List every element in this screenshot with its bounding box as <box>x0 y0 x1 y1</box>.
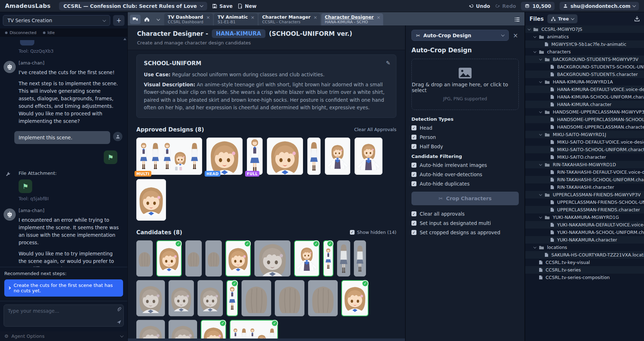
tree-file-background-students-school-uniform-character-design[interactable]: BACKGROUND-STUDENTS-SCHOOL-UNIFORM.chara… <box>525 63 644 71</box>
tree-folder-background-students-mgwyvp3v[interactable]: BACKGROUND-STUDENTS-MGWYVP3V <box>525 56 644 63</box>
tree-folder-yuki-nakamura-mgwyrd1g[interactable]: YUKI-NAKAMURA-MGWYRD1G <box>525 213 644 221</box>
tree-folder-ccsrl-mgwyo7js[interactable]: CCSRL-MGWYO7JS <box>525 25 644 33</box>
tree-file-yuki-nakamura-character[interactable]: YUKI-NAKAMURA.character <box>525 236 644 244</box>
recommended-step-button[interactable]: Create the cuts for the first scene that… <box>4 279 123 297</box>
chevron-down-icon[interactable] <box>528 27 531 30</box>
tree-file-background-students-character[interactable]: BACKGROUND-STUDENTS.character <box>525 71 644 78</box>
filtering-option-auto-hide-duplicates[interactable]: ✓Auto-hide duplicates <box>411 181 519 187</box>
send-message-icon[interactable] <box>116 320 122 325</box>
candidate-thumb[interactable] <box>136 280 165 316</box>
add-workspace-button[interactable]: + <box>113 15 125 26</box>
candidate-thumb[interactable]: ✓ <box>341 280 369 316</box>
candidate-thumb[interactable] <box>337 240 350 277</box>
tool-selector[interactable]: ✂ Auto-Crop Design <box>411 30 509 41</box>
chevron-down-icon[interactable] <box>539 215 542 218</box>
chevron-down-icon[interactable] <box>539 163 542 165</box>
tab-character-manager[interactable]: Character ManagerCCSRL - Characters× <box>259 13 320 25</box>
candidate-thumb[interactable]: ✓ <box>230 320 278 338</box>
candidate-thumb[interactable]: ✓ <box>226 280 238 316</box>
chevron-down-icon[interactable] <box>533 245 536 248</box>
tree-file-rin-takahashi-default-voice-voice-design[interactable]: RIN-TAKAHASHI-DEFAULT-VOICE.voice-design <box>525 168 644 176</box>
tree-folder-animatics[interactable]: animatics <box>525 33 644 40</box>
post-option-clear-all-approvals[interactable]: ✓Clear all approvals <box>411 211 519 217</box>
chevron-down-icon[interactable] <box>533 50 536 53</box>
redo-button[interactable]: Redo <box>495 3 516 9</box>
candidate-thumb[interactable] <box>275 280 304 316</box>
detection-option-half-body[interactable]: ✓Half Body <box>411 144 519 149</box>
tab-close-icon[interactable]: × <box>376 14 380 20</box>
approved-design-thumb[interactable]: FULL <box>247 138 263 175</box>
detection-option-person[interactable]: ✓Person <box>411 134 519 140</box>
chevron-down-icon[interactable] <box>539 80 542 83</box>
candidate-thumb[interactable] <box>185 240 202 277</box>
checkbox[interactable]: ✓ <box>411 181 416 186</box>
candidate-thumb[interactable] <box>205 240 222 277</box>
home-button[interactable] <box>141 15 152 24</box>
tree-file-handsome-upperclassman-school-uniform-character-design[interactable]: HANDSOME-UPPERCLASSMAN-SCHOOL-UNIFORM.ch… <box>525 116 644 123</box>
tree-file-upperclassman-friends-school-uniform-character-design[interactable]: UPPERCLASSMAN-FRIENDS-SCHOOL-UNIFORM.cha… <box>525 198 644 206</box>
undo-button[interactable]: Undo <box>469 3 490 9</box>
tree-folder-handsome-upperclassman-mgwyvp3v[interactable]: HANDSOME-UPPERCLASSMAN-MGWYVP3V <box>525 108 644 116</box>
tab-tv-animatic[interactable]: TV AnimaticS1-E1-B1× <box>214 13 257 25</box>
project-selector[interactable]: CCSRL — Confession Club: Secret Rules of… <box>59 2 207 10</box>
checkbox[interactable]: ✓ <box>411 230 416 235</box>
flag-attachment-tile[interactable]: ⚑ <box>19 179 32 193</box>
checkbox[interactable]: ✓ <box>411 135 416 140</box>
detection-option-head[interactable]: ✓Head <box>411 125 519 131</box>
candidate-thumb[interactable] <box>254 240 291 277</box>
chevron-down-icon[interactable] <box>539 57 542 60</box>
approved-design-thumb[interactable]: MULTI <box>136 138 202 175</box>
close-panel-icon[interactable]: × <box>512 32 519 39</box>
new-button[interactable]: New <box>238 3 257 9</box>
checkbox[interactable]: ✓ <box>411 221 416 226</box>
main-horizontal-scrollbar[interactable] <box>128 338 405 341</box>
credits-counter[interactable]: 10,500 <box>521 2 555 10</box>
chat-input[interactable] <box>4 304 124 327</box>
candidate-thumb[interactable] <box>169 320 197 338</box>
tree-folder-miku-saito-mgwyrd1j[interactable]: MIKU-SAITO-MGWYRD1J <box>525 131 644 138</box>
candidate-thumb[interactable]: ✓ <box>294 240 319 277</box>
crop-characters-button[interactable]: ✂ Crop Characters <box>411 192 519 205</box>
clipped-attachment[interactable] <box>20 40 34 45</box>
chevron-down-icon[interactable] <box>539 133 542 135</box>
candidate-thumb[interactable] <box>241 280 271 316</box>
checkbox[interactable]: ✓ <box>411 211 416 216</box>
tab-tv-dashboard[interactable]: TV DashboardCCSRL Dashboard× <box>164 13 213 25</box>
flag-attachment-tile[interactable]: ⚑ <box>104 150 117 164</box>
tree-file-miku-saito-school-uniform-character-design[interactable]: MIKU-SAITO-SCHOOL-UNIFORM.character-desi… <box>525 146 644 153</box>
checkbox[interactable]: ✓ <box>411 125 416 130</box>
candidate-thumb[interactable] <box>169 280 194 316</box>
tree-file-yuki-nakamura-default-voice-voice-design[interactable]: YUKI-NAKAMURA-DEFAULT-VOICE.voice-design <box>525 221 644 229</box>
tree-file-ccsrl-tv-series[interactable]: CCSRL.tv-series <box>525 266 644 274</box>
attach-file-icon[interactable] <box>116 306 122 312</box>
tree-file-rin-takahashi-character[interactable]: RIN-TAKAHASHI.character <box>525 183 644 191</box>
tab-overview-button[interactable] <box>512 15 522 24</box>
image-dropzone[interactable]: Drag & drop an image here, or click to s… <box>411 59 519 110</box>
checkbox[interactable]: ✓ <box>411 163 416 168</box>
approved-design-thumb[interactable] <box>325 138 350 175</box>
edit-icon[interactable]: ✎ <box>386 60 390 66</box>
tree-file-hana-kimura-character[interactable]: HANA-KIMURA.character <box>525 101 644 108</box>
filtering-option-auto-hide-over-detections[interactable]: ✓Auto-hide over-detections <box>411 172 519 177</box>
chevron-down-icon[interactable] <box>539 193 542 196</box>
tree-file-hana-kimura-default-voice-voice-design[interactable]: HANA-KIMURA-DEFAULT-VOICE.voice-design <box>525 86 644 93</box>
tree-file-ccsrl-tv-key-visual[interactable]: CCSRL.tv-key-visual <box>525 259 644 266</box>
chevron-down-icon[interactable] <box>533 35 536 38</box>
tree-file-ccsrl-tv-series-composition[interactable]: CCSRL.tv-series-composition <box>525 274 644 281</box>
tab-character-designer[interactable]: Character DesignerHANA-KIMURA - SCHOOL-.… <box>321 13 383 25</box>
workspace-selector[interactable]: TV Series Creation <box>3 15 110 26</box>
tab-close-icon[interactable]: × <box>206 14 210 20</box>
tree-file-sakura-hs-courtyard-tzz21vxa-location[interactable]: SAKURA-HS-COURTYARD-TZZ21VXA.location <box>525 251 644 259</box>
tree-file-hana-kimura-school-uniform-character-design[interactable]: HANA-KIMURA-SCHOOL-UNIFORM.character-des… <box>525 93 644 101</box>
candidate-thumb[interactable] <box>197 280 223 316</box>
chat-toggle-button[interactable] <box>130 15 141 24</box>
tree-file-mgwysyc9-5b1ac7fe-tv-animatic[interactable]: MGWYSYC9-5b1ac7fe.tv-animatic <box>525 40 644 48</box>
tree-folder-characters[interactable]: characters <box>525 48 644 56</box>
show-hidden-toggle[interactable]: ✓ Show hidden (14) <box>350 230 396 235</box>
filtering-option-auto-hide-irrelevant-images[interactable]: ✓Auto-hide irrelevant images <box>411 162 519 168</box>
approved-design-thumb[interactable]: HEAD <box>206 138 243 175</box>
scroll-up-arrow[interactable] <box>123 38 126 40</box>
candidate-thumb[interactable]: ✓ <box>323 240 333 277</box>
candidate-thumb[interactable] <box>354 240 366 277</box>
tree-file-handsome-upperclassman-character[interactable]: HANDSOME-UPPERCLASSMAN.character <box>525 123 644 131</box>
